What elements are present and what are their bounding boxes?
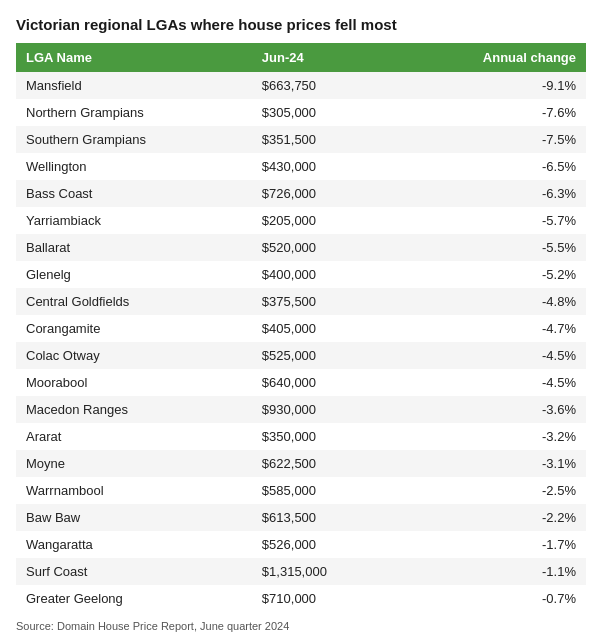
cell-change: -5.5% [395, 234, 586, 261]
cell-price: $640,000 [252, 369, 395, 396]
cell-price: $622,500 [252, 450, 395, 477]
cell-change: -4.5% [395, 342, 586, 369]
cell-change: -3.1% [395, 450, 586, 477]
cell-change: -2.2% [395, 504, 586, 531]
cell-price: $375,500 [252, 288, 395, 315]
col-header-change: Annual change [395, 43, 586, 72]
cell-lga: Glenelg [16, 261, 252, 288]
cell-change: -2.5% [395, 477, 586, 504]
table-row: Central Goldfields$375,500-4.8% [16, 288, 586, 315]
table-row: Wellington$430,000-6.5% [16, 153, 586, 180]
cell-lga: Surf Coast [16, 558, 252, 585]
table-row: Northern Grampians$305,000-7.6% [16, 99, 586, 126]
cell-lga: Baw Baw [16, 504, 252, 531]
cell-lga: Corangamite [16, 315, 252, 342]
cell-lga: Ballarat [16, 234, 252, 261]
col-header-price: Jun-24 [252, 43, 395, 72]
table-row: Warrnambool$585,000-2.5% [16, 477, 586, 504]
cell-lga: Southern Grampians [16, 126, 252, 153]
table-row: Macedon Ranges$930,000-3.6% [16, 396, 586, 423]
cell-change: -5.7% [395, 207, 586, 234]
cell-lga: Ararat [16, 423, 252, 450]
table-row: Southern Grampians$351,500-7.5% [16, 126, 586, 153]
table-row: Wangaratta$526,000-1.7% [16, 531, 586, 558]
cell-price: $305,000 [252, 99, 395, 126]
cell-change: -4.5% [395, 369, 586, 396]
cell-lga: Colac Otway [16, 342, 252, 369]
table-row: Greater Geelong$710,000-0.7% [16, 585, 586, 612]
cell-price: $726,000 [252, 180, 395, 207]
cell-price: $585,000 [252, 477, 395, 504]
cell-change: -4.7% [395, 315, 586, 342]
cell-lga: Northern Grampians [16, 99, 252, 126]
table-row: Moyne$622,500-3.1% [16, 450, 586, 477]
cell-change: -9.1% [395, 72, 586, 99]
cell-lga: Macedon Ranges [16, 396, 252, 423]
cell-change: -4.8% [395, 288, 586, 315]
table-row: Moorabool$640,000-4.5% [16, 369, 586, 396]
cell-lga: Yarriambiack [16, 207, 252, 234]
cell-lga: Greater Geelong [16, 585, 252, 612]
cell-price: $520,000 [252, 234, 395, 261]
cell-price: $400,000 [252, 261, 395, 288]
cell-price: $1,315,000 [252, 558, 395, 585]
table-row: Surf Coast$1,315,000-1.1% [16, 558, 586, 585]
cell-price: $930,000 [252, 396, 395, 423]
cell-price: $526,000 [252, 531, 395, 558]
cell-price: $663,750 [252, 72, 395, 99]
table-row: Bass Coast$726,000-6.3% [16, 180, 586, 207]
cell-change: -3.2% [395, 423, 586, 450]
cell-lga: Central Goldfields [16, 288, 252, 315]
cell-lga: Bass Coast [16, 180, 252, 207]
cell-lga: Wellington [16, 153, 252, 180]
table-row: Ballarat$520,000-5.5% [16, 234, 586, 261]
table-row: Mansfield$663,750-9.1% [16, 72, 586, 99]
cell-change: -1.7% [395, 531, 586, 558]
cell-change: -1.1% [395, 558, 586, 585]
table-row: Glenelg$400,000-5.2% [16, 261, 586, 288]
source-note: Source: Domain House Price Report, June … [16, 620, 586, 632]
chart-title: Victorian regional LGAs where house pric… [16, 16, 586, 33]
cell-price: $205,000 [252, 207, 395, 234]
cell-change: -6.5% [395, 153, 586, 180]
cell-change: -0.7% [395, 585, 586, 612]
table-row: Baw Baw$613,500-2.2% [16, 504, 586, 531]
cell-change: -7.6% [395, 99, 586, 126]
cell-lga: Warrnambool [16, 477, 252, 504]
table-row: Ararat$350,000-3.2% [16, 423, 586, 450]
cell-change: -6.3% [395, 180, 586, 207]
cell-price: $351,500 [252, 126, 395, 153]
cell-change: -7.5% [395, 126, 586, 153]
cell-lga: Moyne [16, 450, 252, 477]
cell-change: -3.6% [395, 396, 586, 423]
table-row: Yarriambiack$205,000-5.7% [16, 207, 586, 234]
cell-lga: Moorabool [16, 369, 252, 396]
cell-lga: Mansfield [16, 72, 252, 99]
col-header-lga: LGA Name [16, 43, 252, 72]
table-body: Mansfield$663,750-9.1%Northern Grampians… [16, 72, 586, 612]
table-wrapper: LGA Name Jun-24 Annual change Mansfield$… [16, 43, 586, 612]
table-row: Colac Otway$525,000-4.5% [16, 342, 586, 369]
cell-price: $613,500 [252, 504, 395, 531]
cell-lga: Wangaratta [16, 531, 252, 558]
cell-price: $430,000 [252, 153, 395, 180]
cell-change: -5.2% [395, 261, 586, 288]
table-row: Corangamite$405,000-4.7% [16, 315, 586, 342]
cell-price: $405,000 [252, 315, 395, 342]
table-header-row: LGA Name Jun-24 Annual change [16, 43, 586, 72]
cell-price: $350,000 [252, 423, 395, 450]
cell-price: $525,000 [252, 342, 395, 369]
cell-price: $710,000 [252, 585, 395, 612]
data-table: LGA Name Jun-24 Annual change Mansfield$… [16, 43, 586, 612]
